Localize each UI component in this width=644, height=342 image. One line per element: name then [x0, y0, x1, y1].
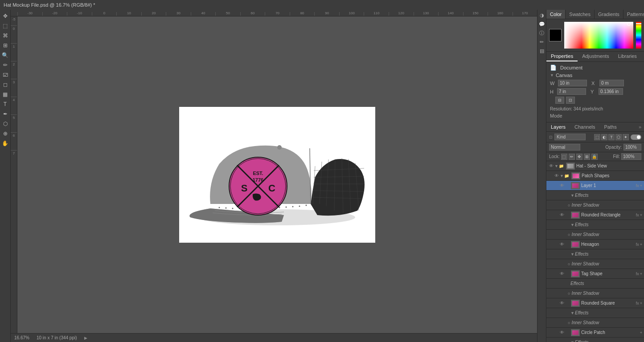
collapse-arrow[interactable]: ▼: [570, 223, 575, 227]
layer-inner-shadow-3[interactable]: ○ Inner Shadow: [546, 259, 644, 269]
x-input[interactable]: [599, 80, 624, 86]
layer-name-text: Effects: [575, 252, 642, 256]
opacity-input[interactable]: [623, 144, 641, 151]
visibility-icon[interactable]: 👁: [559, 183, 565, 189]
tab-layers[interactable]: Layers: [546, 122, 570, 131]
color-spectrum[interactable]: [564, 22, 633, 49]
layer-circle-patch[interactable]: 👁 Circle Patch +: [546, 328, 644, 338]
blend-mode-select[interactable]: [549, 144, 580, 151]
lock-all-button[interactable]: 🔒: [591, 154, 598, 160]
layer-inner-shadow-1[interactable]: ○ Inner Shadow: [546, 200, 644, 210]
layer-rounded-square[interactable]: 👁 Rounded Square fx +: [546, 298, 644, 308]
collapse-arrow[interactable]: ▼: [570, 340, 575, 342]
tab-color[interactable]: Color: [546, 10, 566, 19]
type-tool[interactable]: T: [1, 100, 10, 109]
filter-toggle[interactable]: [631, 134, 641, 140]
layer-effects-3[interactable]: ▼ Effects: [546, 249, 644, 259]
lock-paint-button[interactable]: ✏: [569, 154, 575, 160]
layers-icon[interactable]: ▤: [538, 47, 546, 54]
fx-expand-icon[interactable]: +: [640, 272, 642, 276]
collapse-arrow[interactable]: ▼: [570, 311, 575, 315]
tab-gradients[interactable]: Gradients: [595, 10, 623, 19]
tab-libraries[interactable]: Libraries: [614, 52, 641, 61]
visibility-icon[interactable]: 👁: [559, 330, 565, 336]
effect-icon: ○: [568, 321, 570, 325]
shape-filter-icon[interactable]: ⬡: [615, 134, 622, 140]
hand-tool[interactable]: ✋: [1, 139, 10, 148]
canvas-header[interactable]: ▼ Canvas: [550, 73, 640, 78]
selection-tool[interactable]: ⬚: [1, 21, 10, 30]
layer-effects-1[interactable]: ▼ Effects: [546, 191, 644, 200]
type-filter-icon[interactable]: T: [608, 134, 615, 140]
fx-expand-icon[interactable]: +: [640, 213, 642, 217]
fx-expand-icon[interactable]: +: [640, 301, 642, 305]
tab-channels[interactable]: Channels: [570, 122, 599, 131]
info-icon[interactable]: ⓘ: [538, 29, 546, 37]
gradient-tool[interactable]: ▦: [1, 90, 10, 99]
layer-1[interactable]: 👁 Layer 1 fx +: [546, 181, 644, 191]
fx-expand-icon[interactable]: +: [640, 330, 642, 335]
hue-bar[interactable]: [636, 22, 641, 49]
layer-hat-side-view[interactable]: 👁 ▼ 📁 Hat - Side View: [546, 161, 644, 171]
pen-tool[interactable]: ✒: [1, 110, 10, 118]
canvas-area: -30 -20 -10 0 10 20 30 40 50 60 70 80 90…: [11, 10, 537, 342]
foreground-color-swatch[interactable]: [549, 29, 562, 41]
move-tool[interactable]: ✥: [1, 12, 10, 20]
layer-kind-select[interactable]: [554, 134, 586, 140]
height-input[interactable]: [557, 88, 586, 95]
layer-effects-2[interactable]: ▼ Effects: [546, 220, 644, 230]
visibility-icon[interactable]: 👁: [548, 163, 554, 169]
thumb-content: [572, 213, 578, 217]
lock-artboard-button[interactable]: ⊞: [584, 154, 590, 160]
fx-expand-icon[interactable]: +: [640, 242, 642, 247]
adjustment-filter-icon[interactable]: ◐: [601, 134, 607, 140]
layer-effects-6[interactable]: ▼ Effects: [546, 338, 644, 342]
zoom-tool[interactable]: ⊕: [1, 129, 10, 138]
layer-rounded-rect[interactable]: 👁 Rounded Rectangle fx +: [546, 210, 644, 220]
constrain-ratio-button[interactable]: ⊟: [555, 97, 564, 104]
layer-inner-shadow-5[interactable]: ○ Inner Shadow: [546, 318, 644, 328]
visibility-icon[interactable]: 👁: [559, 212, 565, 218]
visibility-icon[interactable]: 👁: [559, 300, 565, 306]
resize-canvas-button[interactable]: ⊡: [566, 97, 575, 104]
smart-filter-icon[interactable]: ✦: [623, 134, 629, 140]
clone-tool[interactable]: 🖃: [1, 70, 10, 79]
layer-tag-shape[interactable]: 👁 Tag Shape fx +: [546, 269, 644, 279]
visibility-icon[interactable]: 👁: [554, 173, 560, 179]
tab-properties[interactable]: Properties: [546, 52, 578, 61]
crop-tool[interactable]: ⊞: [1, 41, 10, 50]
brush-preset-icon[interactable]: ✏: [538, 38, 546, 45]
collapse-arrow[interactable]: ▼: [560, 174, 564, 178]
tab-paths[interactable]: Paths: [600, 122, 621, 131]
collapse-arrow[interactable]: ▼: [570, 193, 575, 198]
eyedropper-tool[interactable]: 🔍: [1, 51, 10, 60]
y-input[interactable]: [599, 88, 623, 95]
canvas-viewport[interactable]: EST. 1776 S C: [17, 16, 537, 333]
pixel-filter-icon[interactable]: ⬚: [594, 134, 600, 140]
layers-expand-button[interactable]: »: [636, 122, 644, 131]
lock-transparent-button[interactable]: ⬚: [561, 154, 567, 160]
history-icon[interactable]: 💬: [538, 20, 546, 28]
layer-inner-shadow-2[interactable]: ○ Inner Shadow: [546, 230, 644, 240]
layer-hexagon[interactable]: 👁 Hexagon fx +: [546, 240, 644, 249]
lock-position-button[interactable]: ✥: [576, 154, 582, 160]
shape-tool[interactable]: ⬡: [1, 119, 10, 128]
brush-tool[interactable]: ✏: [1, 61, 10, 69]
width-input[interactable]: [558, 80, 587, 86]
color-icon[interactable]: ◑: [538, 12, 546, 19]
tab-adjustments[interactable]: Adjustments: [578, 52, 614, 61]
fx-expand-icon[interactable]: +: [640, 183, 642, 188]
tab-swatches[interactable]: Swatches: [566, 10, 595, 19]
layer-effects-5[interactable]: ▼ Effects: [546, 308, 644, 318]
layer-effects-4[interactable]: Effects: [546, 279, 644, 289]
collapse-arrow[interactable]: ▼: [570, 252, 575, 256]
fill-input[interactable]: [621, 153, 641, 160]
layer-patch-shapes[interactable]: 👁 ▼ 📁 Patch Shapes: [546, 171, 644, 181]
visibility-icon[interactable]: 👁: [559, 241, 565, 248]
layer-inner-shadow-4[interactable]: ○ Inner Shadow: [546, 289, 644, 298]
collapse-arrow[interactable]: ▼: [554, 164, 559, 168]
lasso-tool[interactable]: ⌘: [1, 31, 10, 40]
eraser-tool[interactable]: ◻: [1, 80, 10, 89]
visibility-icon[interactable]: 👁: [559, 271, 565, 277]
tab-patterns[interactable]: Patterns: [623, 10, 644, 19]
